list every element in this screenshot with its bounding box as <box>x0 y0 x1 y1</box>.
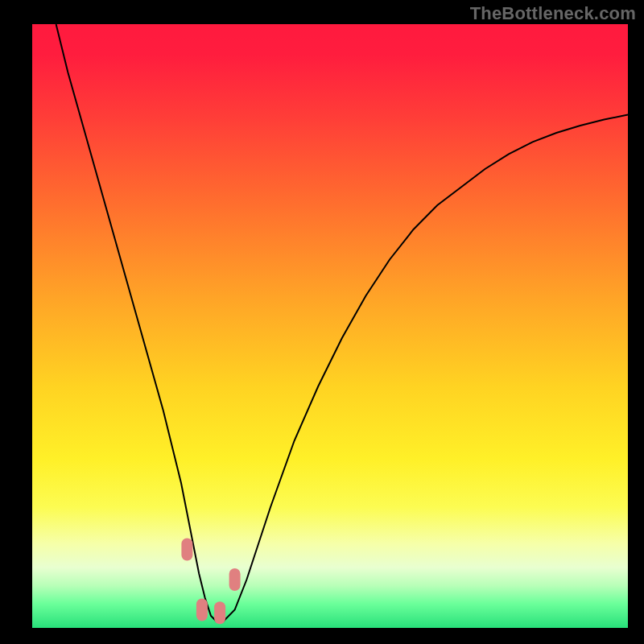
chart-svg <box>32 24 628 628</box>
chart-background <box>32 24 628 628</box>
watermark: TheBottleneck.com <box>470 3 636 24</box>
marker-a <box>181 539 192 561</box>
marker-d <box>229 568 241 591</box>
marker-b <box>196 599 208 621</box>
marker-c <box>214 601 225 624</box>
chart-frame: { "watermark": "TheBottleneck.com", "cha… <box>0 0 644 644</box>
